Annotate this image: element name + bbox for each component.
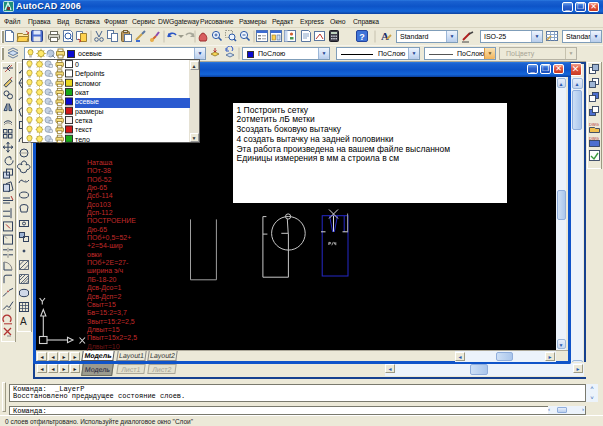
svg-text:тело: тело xyxy=(75,136,90,143)
svg-text:A: A xyxy=(381,30,389,42)
svg-text:0: 0 xyxy=(75,61,79,68)
svg-text:окат: окат xyxy=(75,89,90,96)
svg-text:DWG: DWG xyxy=(589,122,599,127)
svg-text:осевые: осевые xyxy=(75,98,99,105)
svg-text:сетка: сетка xyxy=(75,117,93,124)
svg-text:A: A xyxy=(20,316,27,327)
svg-text:Defpoints: Defpoints xyxy=(75,70,105,78)
svg-text:вспомог: вспомог xyxy=(75,80,102,87)
svg-text:?: ? xyxy=(359,32,365,42)
svg-text:размеры: размеры xyxy=(75,108,104,116)
svg-text:текст: текст xyxy=(75,126,93,133)
